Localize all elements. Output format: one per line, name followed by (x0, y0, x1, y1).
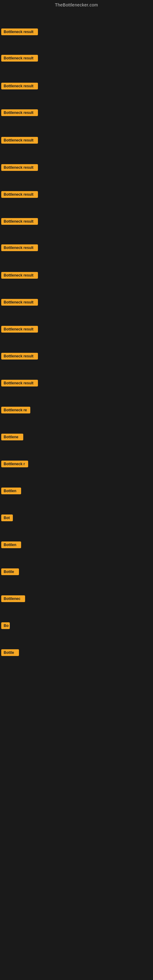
result-row-21: Bottle (0, 567, 20, 578)
bottleneck-badge-24[interactable]: Bottle (1, 649, 19, 656)
bottleneck-badge-14[interactable]: Bottleneck result (1, 380, 38, 387)
bottleneck-badge-13[interactable]: Bottleneck result (1, 353, 38, 360)
bottleneck-badge-5[interactable]: Bottleneck result (1, 137, 38, 144)
result-row-7: Bottleneck result (0, 190, 39, 200)
result-row-22: Bottlenec (0, 594, 26, 605)
bottleneck-badge-20[interactable]: Bottlen (1, 541, 21, 548)
bottleneck-badge-21[interactable]: Bottle (1, 568, 19, 575)
bottleneck-badge-4[interactable]: Bottleneck result (1, 109, 38, 116)
result-row-13: Bottleneck result (0, 352, 39, 362)
bottleneck-badge-17[interactable]: Bottleneck r (1, 461, 28, 467)
result-row-2: Bottleneck result (0, 54, 39, 64)
result-row-4: Bottleneck result (0, 108, 39, 119)
result-row-24: Bottle (0, 648, 20, 659)
result-row-3: Bottleneck result (0, 81, 39, 92)
result-row-14: Bottleneck result (0, 379, 39, 389)
bottleneck-badge-16[interactable]: Bottlene (1, 434, 23, 441)
result-row-23: Bo (0, 621, 11, 632)
bottleneck-badge-10[interactable]: Bottleneck result (1, 272, 38, 279)
result-row-16: Bottlene (0, 433, 24, 443)
bottleneck-badge-9[interactable]: Bottleneck result (1, 244, 38, 251)
bottleneck-badge-3[interactable]: Bottleneck result (1, 83, 38, 89)
result-row-19: Bot (0, 513, 14, 524)
bottleneck-badge-15[interactable]: Bottleneck re (1, 407, 30, 414)
bottleneck-badge-8[interactable]: Bottleneck result (1, 218, 38, 225)
bottleneck-badge-22[interactable]: Bottlenec (1, 595, 25, 602)
bottleneck-badge-7[interactable]: Bottleneck result (1, 191, 38, 198)
bottleneck-badge-2[interactable]: Bottleneck result (1, 55, 38, 62)
bottleneck-badge-11[interactable]: Bottleneck result (1, 299, 38, 305)
bottleneck-badge-6[interactable]: Bottleneck result (1, 164, 38, 171)
badges-container: Bottleneck resultBottleneck resultBottle… (0, 10, 153, 980)
site-title: TheBottlenecker.com (0, 0, 153, 10)
bottleneck-badge-18[interactable]: Bottlen (1, 488, 21, 494)
result-row-15: Bottleneck re (0, 406, 32, 416)
result-row-1: Bottleneck result (0, 27, 39, 38)
bottleneck-badge-1[interactable]: Bottleneck result (1, 29, 38, 35)
result-row-10: Bottleneck result (0, 271, 39, 281)
result-row-20: Bottlen (0, 540, 22, 550)
bottleneck-badge-19[interactable]: Bot (1, 514, 13, 521)
result-row-9: Bottleneck result (0, 243, 39, 254)
bottleneck-badge-12[interactable]: Bottleneck result (1, 326, 38, 332)
result-row-6: Bottleneck result (0, 163, 39, 173)
result-row-18: Bottlen (0, 486, 22, 497)
result-row-11: Bottleneck result (0, 298, 39, 308)
result-row-5: Bottleneck result (0, 136, 39, 146)
result-row-17: Bottleneck r (0, 460, 29, 470)
bottleneck-badge-23[interactable]: Bo (1, 622, 10, 629)
result-row-8: Bottleneck result (0, 217, 39, 227)
result-row-12: Bottleneck result (0, 325, 39, 335)
